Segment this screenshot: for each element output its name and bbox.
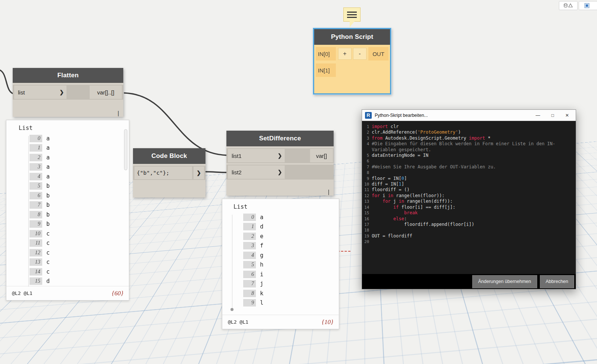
output-port-var[interactable]: var[] (310, 149, 333, 162)
list-item: 11c (30, 239, 129, 248)
editor-titlebar[interactable]: R Python-Skript bearbeiten... — □ ✕ (362, 110, 576, 121)
code-line: 3from Autodesk.DesignScript.Geometry imp… (364, 136, 573, 141)
node-title[interactable]: SetDifference (226, 131, 334, 146)
port-label: list1 (228, 153, 242, 159)
line-number: 1 (364, 124, 369, 130)
close-button[interactable]: ✕ (565, 113, 569, 118)
wire-codeblock-to-setdifference[interactable] (206, 172, 227, 172)
node-python-script[interactable]: Python Script IN[0] + - OUT IN[1] (313, 28, 391, 94)
code-line: 13 for j in range(len(diff)): (364, 199, 573, 204)
lacing-indicator[interactable]: | (117, 110, 120, 116)
code-editor[interactable]: 1import clr2clr.AddReference('ProtoGeome… (362, 121, 576, 274)
maximize-button[interactable]: □ (551, 113, 554, 118)
list-item-index: 14 (30, 268, 42, 276)
line-number: 5 (364, 153, 369, 158)
python-editor-window[interactable]: R Python-Skript bearbeiten... — □ ✕ 1imp… (362, 109, 576, 289)
preview-footer: @L2 @L1 {60} (6, 286, 129, 300)
code-line: 6 (364, 158, 573, 164)
node-code-block[interactable]: Code Block {"b","c"}; ❯ (133, 148, 205, 197)
list-item: 8k (243, 289, 339, 298)
port-label: var[]..[] (97, 89, 114, 96)
list-item: 3a (30, 162, 129, 172)
output-port-out[interactable]: OUT (368, 47, 389, 60)
list-item-value: a (46, 154, 50, 161)
list-item-index: 3 (30, 163, 42, 171)
revit-logo-icon: R (365, 112, 372, 119)
geometry-preview-icon[interactable] (559, 1, 578, 10)
code-block-code[interactable]: {"b","c"}; (134, 170, 169, 176)
add-input-button[interactable]: + (338, 48, 352, 60)
code-line: 8 (364, 170, 573, 175)
dynamo-canvas[interactable]: Flatten list ❯ var[]..[] | List 0a1a2a3a… (0, 0, 597, 364)
list-item-index: 15 (30, 277, 42, 285)
port-label: IN[0] (316, 51, 330, 57)
node-set-difference[interactable]: SetDifference list1 ❯ list2 ❯ var[] | (226, 131, 334, 196)
output-port-var[interactable]: var[]..[] (90, 85, 122, 99)
output-port[interactable]: ❯ (194, 167, 204, 179)
chevron-right-icon: ❯ (197, 170, 201, 176)
list-item: 6b (30, 191, 129, 200)
minimize-button[interactable]: — (536, 113, 540, 118)
list-item-index: 9 (30, 220, 42, 228)
cancel-button[interactable]: Abbrechen (540, 275, 574, 288)
apply-changes-button[interactable]: Änderungen übernehmen (472, 275, 537, 288)
list-levels[interactable]: @L2 @L1 (228, 319, 248, 325)
lacing-indicator[interactable]: | (327, 189, 330, 195)
code-line: 20 (364, 239, 573, 245)
port-label: var[] (316, 153, 327, 159)
list-item: 9b (30, 220, 129, 229)
list-item: 5b (30, 181, 129, 191)
list-item-value: g (260, 252, 263, 259)
comment-note-icon[interactable] (343, 7, 361, 22)
preview-type-label: List (6, 120, 129, 134)
input-port-list[interactable]: list ❯ (14, 85, 66, 99)
list-item: 7j (243, 279, 339, 289)
line-number: 9 (364, 176, 369, 181)
line-number: 13 (364, 199, 369, 204)
list-item-index: 0 (243, 214, 256, 221)
scrollbar-thumb[interactable] (124, 129, 127, 170)
line-number: 8 (364, 170, 369, 175)
node-title[interactable]: Code Block (133, 148, 205, 164)
list-item-index: 11 (30, 239, 42, 247)
list-item-value: j (260, 280, 263, 287)
node-title[interactable]: Python Script (314, 29, 390, 45)
list-item-value: a (46, 135, 50, 142)
input-port-in0[interactable]: IN[0] (316, 47, 336, 60)
input-port-list2[interactable]: list2 ❯ (228, 165, 285, 179)
node-title[interactable]: Flatten (13, 68, 123, 83)
list-item-index: 6 (30, 192, 42, 199)
port-label: OUT (372, 51, 384, 57)
list-items: 0a1a2a3a4a5b6b7b8b9b10c11c12c13c14c15d (6, 134, 129, 286)
wire-flatten-to-setdifference[interactable] (124, 93, 227, 155)
remove-input-button[interactable]: - (353, 48, 366, 60)
chevron-right-icon: ❯ (278, 153, 285, 159)
mini-toolbar (559, 1, 597, 10)
input-port-list1[interactable]: list1 ❯ (228, 149, 285, 162)
port-label: IN[1] (316, 67, 330, 74)
note-bubble[interactable] (343, 7, 361, 22)
graph-view-icon[interactable] (579, 1, 597, 10)
list-item-index: 7 (243, 280, 256, 287)
list-item-value: h (260, 261, 263, 268)
list-item: 9l (243, 298, 339, 308)
list-item-value: k (260, 290, 263, 297)
list-item-value: c (46, 240, 50, 246)
chevron-right-icon: ❯ (59, 89, 66, 95)
code-line: 17 floordiff.append(floor[i]) (364, 222, 573, 227)
node-flatten[interactable]: Flatten list ❯ var[]..[] | (13, 68, 123, 117)
list-item-index: 13 (30, 258, 42, 266)
list-guide-dot (231, 308, 233, 311)
line-number: 16 (364, 216, 369, 222)
list-item-index: 10 (30, 230, 42, 237)
list-item-value: f (260, 242, 263, 249)
input-port-in1[interactable]: IN[1] (316, 63, 336, 77)
code-block-input[interactable]: {"b","c"}; (134, 167, 192, 179)
list-item-index: 9 (243, 299, 256, 307)
list-levels[interactable]: @L2 @L1 (12, 290, 33, 296)
code-line: 4#Die Eingaben für diesen Block werden i… (364, 141, 573, 153)
list-item-value: c (46, 249, 50, 256)
list-item-value: b (46, 192, 50, 199)
list-item: 0a (30, 134, 129, 143)
list-item: 10c (30, 229, 129, 239)
